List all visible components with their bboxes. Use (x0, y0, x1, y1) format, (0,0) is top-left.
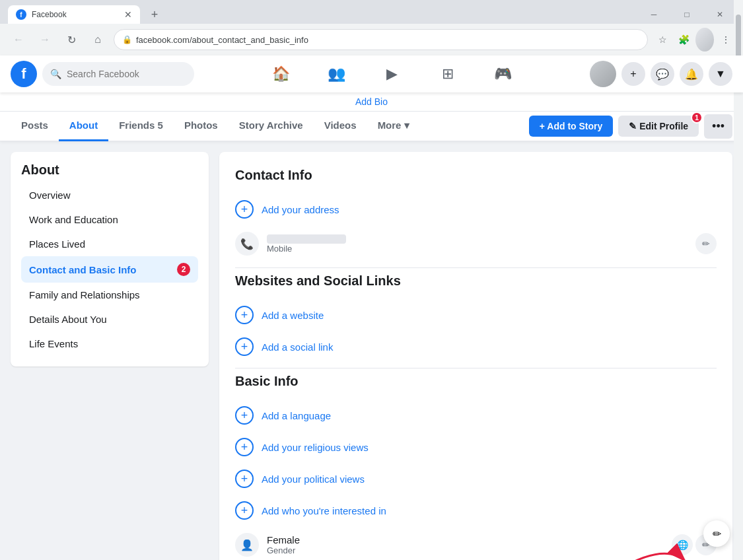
nav-friends[interactable]: 👥 (310, 58, 363, 90)
tab-videos[interactable]: Videos (314, 112, 367, 141)
nav-right: + 💬 🔔 ▼ (590, 61, 732, 87)
sidebar-item-family[interactable]: Family and Relationships (21, 283, 198, 307)
search-bar[interactable]: 🔍 (42, 62, 194, 86)
sidebar-item-life-events[interactable]: Life Events (21, 332, 198, 356)
sidebar-item-overview[interactable]: Overview (21, 183, 198, 207)
profile-avatar[interactable] (590, 61, 616, 87)
add-website-link[interactable]: Add a website (262, 310, 324, 321)
mobile-edit-button[interactable]: ✏ (695, 233, 717, 254)
maximize-button[interactable]: □ (672, 5, 702, 24)
gender-row: 👤 Female Gender 🌐 ✏ (235, 526, 717, 560)
add-to-story-button[interactable]: + Add to Story (529, 116, 614, 137)
add-religious-button[interactable]: + (235, 438, 254, 456)
add-social-link[interactable]: Add a social link (262, 341, 333, 353)
divider-2 (235, 368, 717, 368)
add-website-button[interactable]: + (235, 306, 254, 324)
browser-actions: ☆ 🧩 ⋮ (653, 30, 735, 49)
sidebar-item-contact-label: Contact and Basic Info (29, 264, 137, 275)
contact-info-title: Contact Info (235, 168, 717, 183)
mobile-row: 📞 Mobile ✏ (235, 225, 717, 262)
browser-titlebar: f Facebook ✕ + ─ □ ✕ (0, 0, 743, 24)
add-address-link[interactable]: Add your address (262, 204, 339, 215)
sidebar-item-work[interactable]: Work and Education (21, 207, 198, 232)
tab-story-archive[interactable]: Story Archive (229, 112, 314, 141)
phone-number-blurred (267, 234, 346, 244)
forward-button[interactable]: → (34, 29, 55, 50)
contact-badge: 2 (177, 263, 190, 276)
sidebar-item-places[interactable]: Places Lived (21, 232, 198, 256)
url-text: facebook.com/about_contact_and_basic_inf… (136, 35, 639, 45)
profile-button[interactable] (695, 30, 714, 49)
tab-close-button[interactable]: ✕ (124, 9, 132, 20)
window-controls: ─ □ ✕ (639, 5, 735, 24)
sidebar-item-details[interactable]: Details About You (21, 307, 198, 332)
sidebar-item-contact[interactable]: Contact and Basic Info 2 (21, 256, 198, 283)
nav-gaming[interactable]: 🎮 (477, 58, 530, 90)
main-content: About Overview Work and Education Places… (0, 141, 743, 560)
add-website-row: + Add a website (235, 299, 717, 331)
browser-tab[interactable]: f Facebook ✕ (8, 5, 140, 24)
gender-label: Gender (267, 545, 664, 555)
nav-video[interactable]: ▶ (366, 58, 419, 90)
mobile-actions: ✏ (695, 233, 717, 254)
websites-title: Websites and Social Links (235, 273, 717, 289)
mobile-info: Mobile (267, 234, 688, 254)
gender-visibility-button[interactable]: 🌐 (672, 534, 693, 555)
edit-profile-button[interactable]: ✎ Edit Profile 1 (618, 116, 699, 137)
tab-photos[interactable]: Photos (174, 112, 229, 141)
tab-about[interactable]: About (59, 112, 108, 141)
add-language-button[interactable]: + (235, 406, 254, 425)
divider-1 (235, 267, 717, 268)
minimize-button[interactable]: ─ (639, 5, 669, 24)
add-religious-link[interactable]: Add your religious views (262, 442, 369, 453)
edit-profile-badge: 1 (691, 112, 703, 123)
add-social-button[interactable]: + (235, 337, 254, 356)
tab-friends[interactable]: Friends 5 (108, 112, 174, 141)
facebook-logo[interactable]: f (11, 61, 37, 87)
gender-info: Female Gender (267, 534, 664, 555)
menu-button[interactable]: ⋮ (717, 30, 735, 49)
address-bar[interactable]: 🔒 facebook.com/about_contact_and_basic_i… (114, 29, 648, 50)
add-bio-bar: Add Bio (0, 92, 743, 112)
nav-home[interactable]: 🏠 (255, 58, 308, 90)
close-button[interactable]: ✕ (705, 5, 735, 24)
search-input[interactable] (67, 69, 186, 79)
add-language-row: + Add a language (235, 400, 717, 431)
add-address-button[interactable]: + (235, 200, 254, 219)
add-interested-link[interactable]: Add who you're interested in (262, 505, 386, 516)
add-political-link[interactable]: Add your political views (262, 473, 365, 485)
home-button[interactable]: ⌂ (87, 29, 108, 50)
refresh-button[interactable]: ↻ (61, 29, 82, 50)
extensions-button[interactable]: 🧩 (674, 30, 693, 49)
account-menu-button[interactable]: ▼ (709, 62, 732, 86)
right-content: Contact Info + Add your address 📞 Mobile… (219, 152, 732, 560)
nav-groups[interactable]: ⊞ (421, 58, 474, 90)
phone-icon: 📞 (235, 232, 259, 256)
more-button[interactable]: ••• (704, 114, 732, 139)
add-religious-row: + Add your religious views (235, 431, 717, 463)
messenger-button[interactable]: 💬 (651, 62, 674, 86)
browser-profile-avatar (695, 28, 714, 52)
tab-more[interactable]: More ▾ (367, 112, 420, 141)
add-button[interactable]: + (621, 62, 645, 86)
add-political-button[interactable]: + (235, 470, 254, 488)
add-address-row: + Add your address (235, 193, 717, 225)
facebook-header: f 🔍 🏠 👥 ▶ ⊞ 🎮 + 💬 🔔 ▼ (0, 55, 743, 92)
back-button[interactable]: ← (8, 29, 29, 50)
add-bio-link[interactable]: Add Bio (355, 96, 388, 107)
bookmark-button[interactable]: ☆ (653, 30, 672, 49)
add-interested-row: + Add who you're interested in (235, 495, 717, 526)
tab-favicon: f (16, 9, 26, 20)
gender-icon: 👤 (235, 533, 259, 557)
add-language-link[interactable]: Add a language (262, 410, 331, 421)
profile-actions: + Add to Story ✎ Edit Profile 1 ••• (529, 114, 732, 139)
notifications-button[interactable]: 🔔 (680, 62, 703, 86)
new-tab-button[interactable]: + (145, 5, 164, 24)
add-interested-button[interactable]: + (235, 501, 254, 520)
lock-icon: 🔒 (122, 35, 132, 44)
profile-nav: Posts About Friends 5 Photos Story Archi… (0, 112, 743, 141)
nav-center: 🏠 👥 ▶ ⊞ 🎮 (194, 58, 590, 90)
tab-posts[interactable]: Posts (11, 112, 59, 141)
sidebar-title: About (21, 162, 198, 178)
floating-edit-button[interactable]: ✏ (703, 520, 730, 547)
